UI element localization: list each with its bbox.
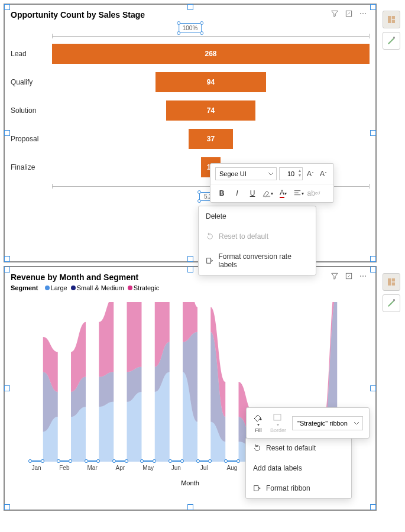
focus-mode-icon[interactable] [345, 9, 353, 20]
x-tick-label: Aug [218, 465, 246, 471]
svg-rect-10 [388, 278, 391, 286]
svg-rect-9 [207, 258, 211, 263]
svg-rect-2 [392, 20, 395, 23]
funnel-category-label: Solution [11, 106, 52, 115]
bold-button[interactable]: B [215, 188, 228, 199]
x-tick-label: Feb [50, 465, 78, 471]
svg-rect-3 [393, 37, 395, 38]
funnel-category-label: Qualify [11, 78, 52, 86]
filter-icon[interactable] [331, 272, 339, 282]
svg-point-7 [365, 13, 366, 14]
svg-rect-13 [393, 299, 395, 301]
bar-segment[interactable] [141, 460, 155, 462]
funnel-category-label: Finalize [11, 163, 52, 171]
svg-point-16 [362, 275, 364, 277]
bar-segment[interactable] [86, 460, 99, 462]
legend: Segment LargeSmall & MediumStrategic [11, 284, 370, 291]
funnel-bar[interactable]: 74 [166, 100, 255, 121]
funnel-category-label: Lead [11, 50, 52, 58]
format-pane-toggle[interactable] [383, 294, 400, 312]
funnel-row[interactable]: Solution74 [11, 99, 370, 122]
funnel-bar[interactable]: 94 [155, 72, 267, 92]
funnel-row[interactable]: Proposal37 [11, 127, 370, 151]
bar-column[interactable] [58, 460, 72, 462]
data-pane-toggle[interactable] [383, 11, 400, 28]
top-percent-label[interactable]: 100% [179, 23, 202, 33]
filter-icon[interactable] [331, 9, 339, 20]
focus-mode-icon[interactable] [345, 272, 353, 282]
funnel-bar[interactable]: 268 [52, 44, 370, 64]
bar-segment[interactable] [197, 460, 211, 462]
funnel-category-label: Proposal [11, 135, 52, 143]
fill-border-popup: ▾ Fill ▾ Border "Strategic" ribbon [246, 407, 370, 439]
highlight-color-button[interactable]: ▾ [261, 188, 274, 199]
funnel-row[interactable]: Qualify94 [11, 70, 370, 94]
svg-rect-0 [388, 16, 391, 23]
text-format-popup: Segoe UI 10 ▴▾ A˄ A˅ B I U ▾ A▾ ▾ abc↺ [210, 163, 334, 203]
underline-button[interactable]: U [246, 188, 259, 199]
funnel-chart-visual[interactable]: Opportunity Count by Sales Stage 100% Le… [4, 4, 377, 262]
svg-rect-11 [392, 278, 395, 281]
svg-rect-12 [392, 283, 395, 286]
x-tick-label: Jan [22, 465, 50, 471]
bar-column[interactable] [86, 460, 99, 462]
x-tick-label: Mar [79, 465, 106, 471]
chart-title: Opportunity Count by Sales Stage [11, 10, 145, 20]
svg-point-5 [360, 13, 361, 14]
increase-font-icon[interactable]: A˄ [305, 168, 316, 179]
context-menu: Reset to default Add data labels Format … [245, 437, 352, 499]
bar-column[interactable] [197, 460, 211, 462]
data-pane-toggle[interactable] [383, 273, 400, 291]
ctx-format-ribbon[interactable]: Format ribbon [246, 478, 351, 498]
more-options-icon[interactable] [359, 272, 367, 282]
bar-segment[interactable] [114, 460, 127, 462]
ctx-reset-default[interactable]: Reset to default [246, 438, 351, 458]
funnel-row[interactable]: Lead268 [11, 42, 370, 66]
ribbon-series-select[interactable]: "Strategic" ribbon [292, 416, 363, 430]
x-tick-label: Jun [162, 465, 190, 471]
svg-rect-8 [263, 196, 270, 197]
chart-title: Revenue by Month and Segment [11, 273, 138, 282]
svg-rect-1 [392, 16, 395, 19]
ctx-add-data-labels[interactable]: Add data labels [246, 458, 351, 478]
clear-format-button[interactable]: abc↺ [307, 188, 320, 199]
bar-segment[interactable] [30, 460, 43, 462]
ctx-format-labels[interactable]: Format conversion rate labels [199, 246, 316, 275]
decrease-font-icon[interactable]: A˅ [318, 168, 329, 179]
svg-rect-19 [254, 486, 258, 491]
bar-segment[interactable] [170, 460, 183, 462]
italic-button[interactable]: I [231, 188, 244, 199]
svg-point-17 [365, 275, 366, 277]
x-tick-label: May [134, 465, 162, 471]
border-button: ▾ Border [270, 413, 286, 433]
x-tick-label: Jul [190, 465, 218, 471]
funnel-axis [52, 34, 370, 38]
x-tick-label: Apr [106, 465, 134, 471]
bar-column[interactable] [30, 460, 43, 462]
ctx-delete[interactable]: Delete [199, 206, 316, 226]
svg-point-6 [362, 13, 364, 14]
format-pane-toggle[interactable] [383, 32, 400, 50]
bar-segment[interactable] [225, 460, 239, 462]
svg-rect-18 [274, 414, 281, 420]
font-color-button[interactable]: A▾ [277, 188, 290, 199]
funnel-bar[interactable]: 37 [189, 129, 233, 149]
fill-button[interactable]: ▾ Fill [252, 413, 264, 433]
align-button[interactable]: ▾ [292, 188, 305, 199]
bar-column[interactable] [114, 460, 127, 462]
font-size-select[interactable]: 10 ▴▾ [279, 167, 303, 180]
bar-column[interactable] [225, 460, 239, 462]
bar-segment[interactable] [58, 460, 72, 462]
ribbon-chart-visual[interactable]: Revenue by Month and Segment Segment Lar… [4, 266, 377, 511]
more-options-icon[interactable] [359, 9, 367, 20]
bar-column[interactable] [170, 460, 183, 462]
context-menu: Delete Reset to default Format conversio… [198, 206, 316, 275]
bar-column[interactable] [141, 460, 155, 462]
font-family-select[interactable]: Segoe UI [215, 167, 277, 180]
svg-point-15 [360, 275, 361, 277]
ctx-reset-default: Reset to default [199, 226, 316, 246]
